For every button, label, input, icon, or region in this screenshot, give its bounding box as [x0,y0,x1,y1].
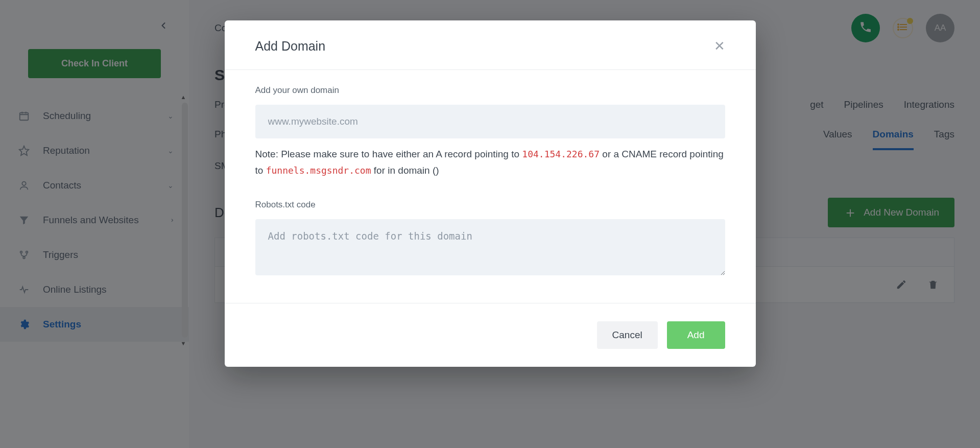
a-record-ip: 104.154.226.67 [522,149,600,159]
modal-overlay: Add Domain ✕ Add your own domain Note: P… [0,0,980,448]
add-domain-modal: Add Domain ✕ Add your own domain Note: P… [225,20,756,367]
close-modal-button[interactable]: ✕ [714,38,725,54]
robots-textarea[interactable] [255,219,725,275]
modal-title: Add Domain [255,39,326,54]
robots-label: Robots.txt code [255,200,725,210]
cancel-button[interactable]: Cancel [597,321,658,349]
cname-target: funnels.msgsndr.com [266,165,371,176]
add-button[interactable]: Add [667,321,725,349]
domain-note: Note: Please make sure to have either an… [255,146,725,179]
close-icon: ✕ [714,38,725,54]
domain-field-label: Add your own domain [255,85,725,96]
domain-input[interactable] [255,105,725,138]
